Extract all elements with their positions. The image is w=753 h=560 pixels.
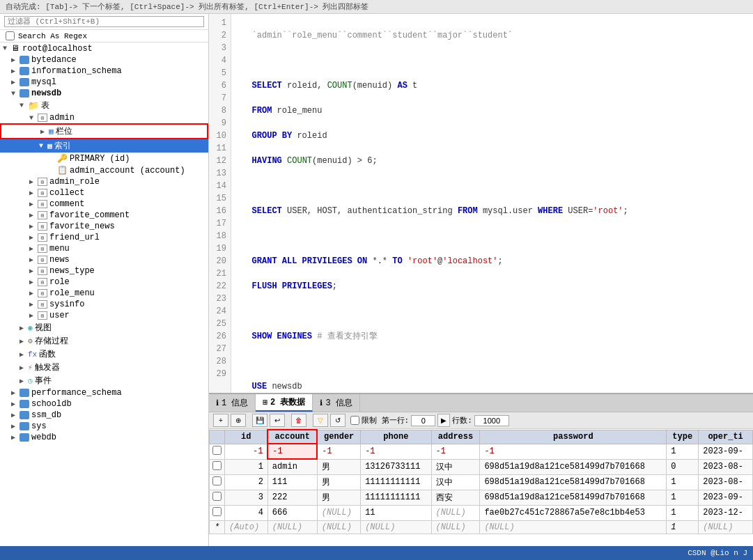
tree-item-newsdb[interactable]: ▼ newsdb — [0, 88, 208, 99]
row-check[interactable] — [210, 490, 225, 505]
tree-item-webdb[interactable]: ▶ webdb — [0, 432, 208, 443]
tree-item-sysinfo[interactable]: ▶ ⊞ sysinfo — [0, 299, 208, 310]
sidebar-tree[interactable]: ▼ 🖥 root@localhost ▶ bytedance ▶ informa… — [0, 42, 208, 546]
expand-icon: ▶ — [29, 244, 36, 253]
tree-item-menu[interactable]: ▶ ⊞ menu — [0, 243, 208, 254]
tree-item-views[interactable]: ▶ ◉ 视图 — [0, 321, 208, 334]
regex-checkbox[interactable] — [6, 31, 15, 40]
tree-item-perf-schema[interactable]: ▶ performance_schema — [0, 387, 208, 398]
toolbar-btn-add[interactable]: + — [213, 414, 228, 427]
toolbar-btn-save[interactable]: 💾 — [252, 414, 267, 427]
col-header-account[interactable]: account — [267, 430, 317, 444]
tree-item-bytedance[interactable]: ▶ bytedance — [0, 54, 208, 65]
tree-item-friend-url[interactable]: ▶ ⊞ friend_url — [0, 232, 208, 243]
status-bar: CSDN @Lio n J — [0, 546, 753, 560]
cell-id: 3 — [225, 490, 268, 505]
toolbar-btn-refresh[interactable]: ↺ — [330, 414, 346, 427]
tree-item-mysql[interactable]: ▶ mysql — [0, 77, 208, 88]
tree-item-schooldb[interactable]: ▶ schooldb — [0, 398, 208, 410]
tree-item-sys[interactable]: ▶ sys — [0, 421, 208, 432]
table-row[interactable]: -1 -1 -1 -1 -1 -1 1 2023-09- — [210, 444, 753, 459]
tree-item-ssm-db[interactable]: ▶ ssm_db — [0, 410, 208, 421]
table-row[interactable]: 2 111 男 11111111111 汉中 698d51a19d8a121ce… — [210, 474, 753, 490]
tab-info3[interactable]: ℹ 3 信息 — [313, 394, 359, 412]
limit-checkbox[interactable] — [350, 416, 359, 425]
cols-icon: ▦ — [49, 127, 54, 136]
tree-label: 触发器 — [35, 361, 60, 373]
toolbar-btn-delete[interactable]: 🗑 — [291, 414, 306, 427]
tree-item-procs[interactable]: ▶ ⚙ 存储过程 — [0, 334, 208, 348]
cell-phone: 13126733111 — [361, 459, 431, 474]
tree-item-events[interactable]: ▶ ◷ 事件 — [0, 374, 208, 387]
table-row[interactable]: 1 admin 男 13126733111 汉中 698d51a19d8a121… — [210, 459, 753, 474]
tab-tabledata[interactable]: ⊞ 2 表数据 — [256, 394, 313, 412]
tree-item-comment[interactable]: ▶ ⊞ comment — [0, 199, 208, 210]
tree-item-funcs[interactable]: ▶ fx 函数 — [0, 348, 208, 361]
cell-address: 汉中 — [431, 474, 480, 490]
tab-info1[interactable]: ℹ 1 信息 — [209, 394, 256, 412]
tree-item-user[interactable]: ▶ ⊞ user — [0, 310, 208, 321]
tree-item-admin[interactable]: ▼ ⊞ admin — [0, 112, 208, 123]
tree-item-collect[interactable]: ▶ ⊞ collect — [0, 187, 208, 199]
row-check[interactable] — [210, 444, 225, 459]
tree-item-role[interactable]: ▶ ⊞ role — [0, 277, 208, 288]
tree-item-role-menu[interactable]: ▶ ⊞ role_menu — [0, 288, 208, 299]
col-header-password[interactable]: password — [480, 430, 667, 444]
tree-item-news[interactable]: ▶ ⊞ news — [0, 254, 208, 265]
go-button[interactable]: ▶ — [437, 414, 450, 427]
col-header-oper[interactable]: oper_ti — [699, 430, 753, 444]
tree-item-primary-idx[interactable]: 🔑 PRIMARY (id) — [0, 153, 208, 164]
funcs-icon: fx — [28, 350, 37, 359]
code-line-11: FLUSH PRIVILEGES; — [237, 280, 747, 293]
tree-item-tables-folder[interactable]: ▼ 📁 表 — [0, 99, 208, 112]
editor-scroll[interactable]: 12345 678910 1112131415 1617181920 21222… — [209, 14, 753, 393]
cell-gender: -1 — [317, 444, 360, 459]
col-header-type[interactable]: type — [667, 430, 699, 444]
row-check[interactable] — [210, 505, 225, 520]
line-numbers: 12345 678910 1112131415 1617181920 21222… — [209, 14, 231, 393]
col-header-gender[interactable]: gender — [317, 430, 360, 444]
cell-account: admin — [267, 459, 317, 474]
row-check[interactable]: * — [210, 520, 225, 534]
regex-row: Search As Regex — [0, 30, 208, 42]
cell-id: 2 — [225, 474, 268, 490]
toolbar-btn-filter[interactable]: ▽ — [313, 414, 328, 427]
db-icon — [20, 78, 29, 86]
tree-item-indexes[interactable]: ▼ ▦ 索引 — [0, 139, 208, 153]
table-row-auto[interactable]: * (Auto) (NULL) (NULL) (NULL) (NULL) (NU… — [210, 520, 753, 534]
rows-input[interactable] — [474, 415, 509, 426]
tree-item-root[interactable]: ▼ 🖥 root@localhost — [0, 42, 208, 54]
col-header-phone[interactable]: phone — [361, 430, 431, 444]
tab-icon-info3: ℹ — [320, 398, 323, 407]
tree-item-triggers[interactable]: ▶ ⚡ 触发器 — [0, 361, 208, 374]
table-row[interactable]: 3 222 男 11111111111 西安 698d51a19d8a121ce… — [210, 490, 753, 505]
bottom-tabs: ℹ 1 信息 ⊞ 2 表数据 ℹ 3 信息 — [209, 394, 753, 412]
regex-label: Search As Regex — [18, 32, 87, 40]
filter-input[interactable] — [4, 16, 204, 27]
tree-item-admin-role[interactable]: ▶ ⊞ admin_role — [0, 176, 208, 187]
col-header-id[interactable]: id — [225, 430, 268, 444]
tree-label: root@localhost — [22, 44, 93, 54]
tree-item-fav-comment[interactable]: ▶ ⊞ favorite_comment — [0, 210, 208, 221]
row-check[interactable] — [210, 459, 225, 474]
code-editor[interactable]: 12345 678910 1112131415 1617181920 21222… — [209, 14, 753, 393]
expand-icon: ▼ — [3, 45, 10, 52]
tree-item-columns[interactable]: ▶ ▦ 栏位 — [0, 123, 208, 139]
cell-account: (NULL) — [267, 520, 317, 534]
first-row-input[interactable] — [411, 415, 435, 426]
col-header-address[interactable]: address — [431, 430, 480, 444]
code-content[interactable]: `admin``role_menu``comment``student``maj… — [231, 14, 753, 393]
toolbar-btn-discard[interactable]: ↩ — [270, 414, 285, 427]
tree-item-fav-news[interactable]: ▶ ⊞ favorite_news — [0, 221, 208, 232]
expand-icon: ▶ — [40, 127, 47, 136]
cell-password: 698d51a19d8a121ce581499d7b701668 — [480, 474, 667, 490]
tree-label: schooldb — [31, 399, 72, 409]
tree-item-account-idx[interactable]: 📋 admin_account (account) — [0, 164, 208, 176]
row-check[interactable] — [210, 474, 225, 490]
tree-item-info-schema[interactable]: ▶ information_schema — [0, 65, 208, 77]
tab-icon-info1: ℹ — [216, 398, 219, 407]
toolbar-btn-copy[interactable]: ⊕ — [231, 414, 246, 427]
table-row[interactable]: 4 666 (NULL) 11 (NULL) fae0b27c451c72886… — [210, 505, 753, 520]
data-table-wrap[interactable]: id account gender phone address password… — [209, 429, 753, 546]
tree-item-news-type[interactable]: ▶ ⊞ news_type — [0, 265, 208, 277]
